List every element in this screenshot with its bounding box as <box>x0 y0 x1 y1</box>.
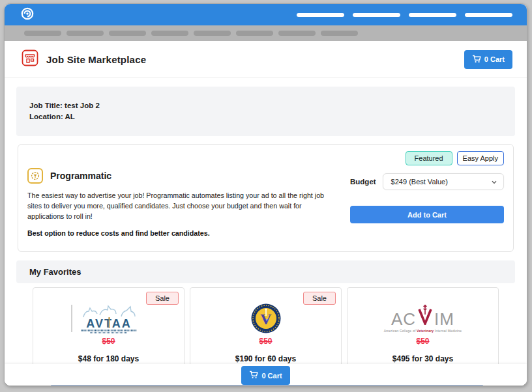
acvim-text-left: AC <box>391 311 416 328</box>
acvim-logo: AC IM American Colleg <box>347 302 498 335</box>
nav-link-placeholder[interactable] <box>297 13 344 17</box>
header-cart-button[interactable]: 0 Cart <box>464 50 512 69</box>
subnav-item-placeholder[interactable] <box>236 31 273 36</box>
price-line: $495 for 30 days <box>347 354 498 363</box>
product-title: Programmatic <box>50 171 111 181</box>
featured-badge: Featured <box>406 151 452 165</box>
subnav-item-placeholder[interactable] <box>321 31 358 36</box>
cart-icon <box>472 55 481 64</box>
product-description: The easiest way to advertise your job! P… <box>27 190 338 221</box>
sale-badge: Sale <box>146 292 179 305</box>
nav-link-placeholder[interactable] <box>353 13 400 17</box>
subnav-item-placeholder[interactable] <box>151 31 188 36</box>
product-highlight: Best option to reduce costs and find bet… <box>27 229 338 237</box>
sale-badge: Sale <box>303 292 336 305</box>
footer-cart-button[interactable]: 0 Cart <box>241 366 289 385</box>
acvim-v-symbol <box>417 304 433 328</box>
price-line: $48 for 180 days <box>33 354 184 363</box>
nav-link-placeholder[interactable] <box>409 13 456 17</box>
job-location-line: Location: AL <box>29 111 502 122</box>
original-price: $50 <box>33 337 184 346</box>
easy-apply-badge: Easy Apply <box>457 151 504 165</box>
badge-row: Featured Easy Apply <box>27 151 504 165</box>
subnav-item-placeholder[interactable] <box>24 31 61 36</box>
main-content: Job Site Marketplace 0 Cart Job Title: t… <box>5 41 527 386</box>
app-window: Job Site Marketplace 0 Cart Job Title: t… <box>4 3 527 386</box>
job-info-box: Job Title: test Job 2 Location: AL <box>16 87 515 136</box>
subnav-item-placeholder[interactable] <box>194 31 231 36</box>
original-price: $50 <box>190 337 341 346</box>
nav-link-placeholder[interactable] <box>465 13 512 17</box>
acvim-tagline: American College of Veterinary Internal … <box>384 329 462 333</box>
chevron-down-icon <box>492 178 497 186</box>
sticky-footer-bar: 0 Cart <box>5 364 527 386</box>
cart-icon <box>249 371 258 380</box>
budget-select[interactable]: $249 (Best Value) <box>383 173 504 190</box>
v-emblem-logo: V <box>190 302 341 335</box>
subnav-item-placeholder[interactable] <box>278 31 316 36</box>
original-price: $50 <box>347 337 498 346</box>
budget-label: Budget <box>350 178 376 186</box>
footer-cart-label: 0 Cart <box>261 372 282 380</box>
avtaa-logo: AVTAA <box>33 302 184 335</box>
add-to-cart-button[interactable]: Add to Cart <box>350 206 504 223</box>
budget-selected-value: $249 (Best Value) <box>391 178 448 186</box>
gear-icon <box>27 168 43 184</box>
acvim-text-right: IM <box>434 311 454 328</box>
secondary-navigation-bar <box>5 25 527 41</box>
header-cart-label: 0 Cart <box>484 55 505 63</box>
spiral-logo-icon[interactable] <box>20 7 35 23</box>
subnav-item-placeholder[interactable] <box>109 31 146 36</box>
top-navigation-bar <box>5 4 527 25</box>
job-title-line: Job Title: test Job 2 <box>29 100 502 111</box>
storefront-icon <box>22 49 38 69</box>
top-nav-links <box>297 13 512 17</box>
page-title: Job Site Marketplace <box>46 54 146 65</box>
subnav-item-placeholder[interactable] <box>66 31 104 36</box>
horizontal-scrollbar[interactable] <box>51 385 483 386</box>
programmatic-product-card: Featured Easy Apply Programmatic Th <box>18 144 514 252</box>
favorites-section-header: My Favorites <box>16 260 515 283</box>
price-line: $190 for 60 days <box>190 354 341 363</box>
page-header: Job Site Marketplace 0 Cart <box>5 41 527 77</box>
